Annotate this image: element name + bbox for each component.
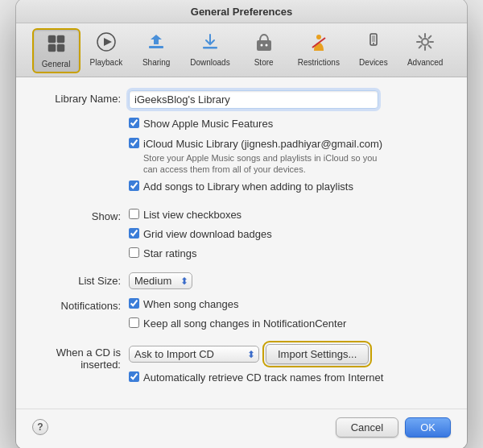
cd-label: When a CD is inserted: [32, 344, 129, 371]
toolbar-item-downloads[interactable]: Downloads [182, 28, 237, 73]
keep-all-checkbox[interactable] [129, 317, 139, 328]
toolbar-store-label: Store [254, 58, 274, 67]
grid-view-label: Grid view download badges [143, 227, 272, 242]
toolbar-item-restrictions[interactable]: Restrictions [290, 28, 348, 73]
list-size-label: List Size: [32, 272, 129, 287]
auto-retrieve-row: Automatically retrieve CD track names fr… [129, 371, 451, 385]
toolbar-devices-label: Devices [359, 58, 388, 67]
toolbar-sharing-label: Sharing [142, 58, 170, 67]
title-bar: General Preferences [16, 0, 467, 23]
svg-point-16 [422, 39, 428, 45]
sharing-icon [146, 31, 167, 56]
toolbar-downloads-label: Downloads [190, 58, 229, 67]
show-label: Show: [32, 208, 129, 222]
song-changes-row: When song changes [129, 297, 451, 312]
import-settings-button[interactable]: Import Settings... [266, 344, 369, 364]
icloud-music-label: iCloud Music Library (jignesh.padhiyar@g… [143, 137, 382, 151]
toolbar-item-advanced[interactable]: Advanced [399, 28, 451, 73]
restrictions-icon [308, 31, 329, 56]
ok-button[interactable]: OK [405, 417, 451, 438]
toolbar-advanced-label: Advanced [407, 58, 443, 67]
grid-view-row: Grid view download badges [129, 227, 451, 242]
svg-rect-6 [149, 46, 163, 48]
toolbar: General Playback Sharing [16, 23, 467, 77]
general-icon [46, 33, 67, 57]
library-name-label: Library Name: [32, 90, 129, 105]
svg-point-11 [316, 35, 321, 39]
cd-select[interactable]: Ask to Import CD Import CD Import CD and… [134, 348, 255, 360]
devices-icon [363, 31, 384, 56]
svg-rect-1 [57, 35, 64, 43]
toolbar-item-devices[interactable]: Devices [349, 28, 398, 73]
icloud-music-sublabel: Store your Apple Music songs and playlis… [143, 152, 382, 176]
svg-rect-14 [372, 35, 375, 42]
toolbar-playback-label: Playback [90, 58, 123, 67]
toolbar-restrictions-label: Restrictions [298, 58, 340, 67]
help-button[interactable]: ? [32, 419, 48, 435]
svg-point-9 [260, 44, 262, 47]
list-view-label: List view checkboxes [143, 208, 242, 222]
star-ratings-label: Star ratings [143, 247, 196, 261]
keep-all-label: Keep all song changes in NotificationCen… [143, 317, 346, 331]
cd-row: When a CD is inserted: Ask to Import CD … [32, 344, 451, 390]
svg-marker-5 [104, 38, 112, 46]
store-icon [254, 31, 275, 56]
dialog-title: General Preferences [191, 6, 292, 18]
song-changes-label: When song changes [143, 297, 239, 312]
library-name-input[interactable] [129, 90, 378, 109]
add-songs-row: Add songs to Library when adding to play… [129, 180, 451, 194]
library-name-content [129, 90, 451, 109]
icloud-music-checkbox[interactable] [129, 138, 139, 148]
show-apple-music-checkbox[interactable] [129, 118, 139, 128]
notifications-label: Notifications: [32, 297, 129, 312]
toolbar-item-sharing[interactable]: Sharing [132, 28, 180, 73]
footer-buttons: Cancel OK [336, 417, 451, 438]
list-size-row: List Size: Small Medium Large ⬍ [32, 272, 451, 289]
cancel-button[interactable]: Cancel [336, 417, 398, 438]
library-name-row: Library Name: [32, 90, 451, 109]
auto-retrieve-checkbox[interactable] [129, 371, 139, 382]
add-songs-checkbox[interactable] [129, 180, 139, 191]
downloads-icon [200, 31, 221, 56]
svg-rect-8 [257, 40, 271, 51]
apple-music-row: Show Apple Music Features iCloud Music L… [32, 117, 451, 199]
show-apple-music-label: Show Apple Music Features [143, 117, 273, 131]
list-view-row: List view checkboxes [129, 208, 451, 222]
list-view-checkbox[interactable] [129, 209, 139, 219]
icloud-music-row: iCloud Music Library (jignesh.padhiyar@g… [129, 137, 451, 176]
playback-icon [96, 31, 117, 56]
notifications-row: Notifications: When song changes Keep al… [32, 297, 451, 336]
toolbar-item-store[interactable]: Store [240, 28, 288, 73]
cd-select-wrapper: Ask to Import CD Import CD Import CD and… [129, 346, 259, 363]
cd-controls-row: Ask to Import CD Import CD Import CD and… [129, 344, 451, 364]
svg-point-10 [265, 44, 267, 47]
star-ratings-row: Star ratings [129, 247, 451, 261]
grid-view-checkbox[interactable] [129, 228, 139, 239]
toolbar-general-label: General [42, 60, 71, 68]
auto-retrieve-label: Automatically retrieve CD track names fr… [143, 371, 383, 385]
svg-point-15 [373, 43, 374, 44]
svg-rect-2 [48, 44, 56, 52]
preferences-content: Library Name: Show Apple Music Features … [16, 77, 467, 408]
svg-rect-3 [57, 44, 64, 52]
preferences-dialog: General Preferences General Playba [16, 0, 467, 448]
keep-all-row: Keep all song changes in NotificationCen… [129, 317, 451, 331]
show-apple-music-row: Show Apple Music Features [129, 117, 451, 131]
star-ratings-checkbox[interactable] [129, 247, 139, 258]
list-size-select[interactable]: Small Medium Large [134, 275, 188, 287]
list-size-select-wrapper: Small Medium Large ⬍ [129, 272, 192, 289]
dialog-footer: ? Cancel OK [16, 409, 467, 448]
show-row: Show: List view checkboxes Grid view dow… [32, 208, 451, 267]
toolbar-item-playback[interactable]: Playback [82, 28, 131, 73]
song-changes-checkbox[interactable] [129, 298, 139, 309]
svg-rect-0 [48, 35, 56, 43]
svg-rect-7 [203, 47, 217, 49]
advanced-icon [415, 31, 436, 56]
add-songs-label: Add songs to Library when adding to play… [143, 180, 353, 194]
toolbar-item-general[interactable]: General [32, 28, 80, 73]
